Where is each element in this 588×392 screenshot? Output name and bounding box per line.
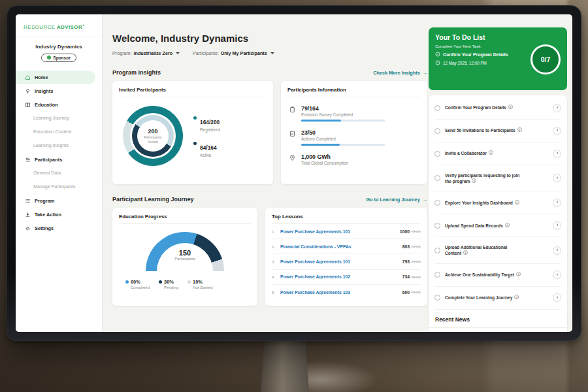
todo-item-upload-spend-data[interactable]: Upload Spend Data Records [434, 214, 561, 237]
logo-text-resource: RESOURCE [24, 24, 56, 30]
learning-journey-header: Participant Learning Journey Go to Learn… [112, 196, 427, 203]
sidebar-item-label: Settings [35, 225, 54, 231]
sidebar-item-program[interactable]: Program [16, 194, 102, 208]
top-lessons-card: Top Lessons 1 Power Purchase Agreements … [265, 208, 427, 306]
chevron-right-icon[interactable] [553, 104, 561, 112]
sponsor-icon [47, 56, 51, 59]
app-logo: RESOURCE ADVISOR+ [16, 14, 102, 37]
sidebar-item-participants[interactable]: Participants [16, 153, 102, 167]
todo-item-verify-participants[interactable]: Verify participants requesting to join t… [434, 165, 561, 191]
logo-plus: + [82, 23, 85, 27]
sidebar-item-settings[interactable]: Settings [16, 221, 102, 235]
lesson-views-suffix: views [411, 290, 421, 294]
checkbox[interactable] [434, 105, 440, 111]
program-filter-label: Program: [112, 50, 132, 56]
donut-center-label: Participants Invited [139, 135, 167, 144]
filters-row: Program: Industrialize Zero Participants… [112, 50, 427, 56]
checkbox[interactable] [434, 223, 440, 229]
info-icon[interactable] [516, 272, 521, 276]
todo-item-invite-collaborator[interactable]: Invite a Collaborator [434, 142, 561, 165]
check-more-insights-link[interactable]: Check More Insights [373, 70, 427, 76]
legend-value: 30% [164, 279, 174, 285]
lesson-link[interactable]: Power Purchase Agreements 101 [280, 229, 400, 234]
lesson-row: 4 Power Purchase Agreements 102 734 view… [272, 270, 421, 285]
legend-value: 10% [193, 279, 203, 285]
todo-item-confirm-program[interactable]: Confirm Your Program Details [434, 97, 561, 120]
legend-dot [193, 142, 197, 145]
checkbox[interactable] [434, 200, 440, 206]
lesson-views: 600 [402, 290, 410, 295]
sponsor-label: Sponsor [53, 56, 70, 60]
location-pin-icon [289, 154, 296, 161]
sidebar-item-label: Participants [35, 157, 62, 163]
chevron-right-icon[interactable] [553, 246, 561, 255]
checkbox[interactable] [434, 175, 440, 181]
sidebar-item-label: Manage Participants [33, 184, 76, 189]
lesson-link[interactable]: Financial Considerations - VPPAs [280, 244, 402, 249]
sidebar-item-home[interactable]: Home [16, 71, 95, 84]
todo-item-upload-educational-content[interactable]: Upload Additional Educational Content [434, 237, 561, 263]
info-icon[interactable] [515, 200, 519, 204]
sidebar-item-label: General Data [33, 171, 61, 176]
lesson-link[interactable]: Power Purchase Agreements 103 [280, 290, 402, 295]
lesson-rank: 4 [272, 274, 280, 279]
todo-item-achieve-target[interactable]: Achieve One Sustainability Target [434, 264, 561, 287]
sidebar-item-take-action[interactable]: Take Action [16, 208, 102, 221]
checkbox[interactable] [434, 248, 440, 253]
info-row-survey: 79/164 Emission Survey Completed [287, 105, 421, 122]
book-icon [25, 102, 31, 108]
lesson-link[interactable]: Power Purchase Agreements 102 [280, 274, 402, 279]
invited-legend: 164/200 Registered 84/164 Active [193, 115, 220, 157]
todo-item-label: Send 50 Invitations to Participants [445, 128, 515, 133]
participants-filter-label: Participants: [193, 50, 219, 56]
lesson-views: 1000 [400, 229, 410, 234]
invited-donut-chart: 200 Participants Invited [123, 106, 183, 166]
lesson-link[interactable]: Power Purchase Agreements 101 [280, 259, 402, 264]
todo-item-send-invitations[interactable]: Send 50 Invitations to Participants [434, 120, 561, 142]
todo-item-complete-learning-journey[interactable]: Complete Your Learning Journey [434, 287, 561, 310]
checkbox[interactable] [434, 272, 440, 278]
info-icon[interactable] [508, 105, 513, 109]
info-icon[interactable] [489, 150, 493, 155]
participants-filter-value: Only My Participants [221, 50, 267, 56]
card-title: Invited Participants [119, 87, 267, 97]
sidebar-item-education[interactable]: Education [16, 98, 102, 112]
todo-next-time: 12 May 2025, 12:00 PM [443, 61, 487, 65]
recent-news-title: Recent News [429, 310, 567, 328]
sidebar-item-learning-journey[interactable]: Learning Journey [16, 112, 102, 125]
chevron-right-icon[interactable] [553, 199, 561, 207]
legend-label: Active [200, 153, 217, 157]
sidebar-item-general-data[interactable]: General Data [16, 167, 102, 180]
sidebar-item-label: Learning Journey [33, 116, 69, 121]
chevron-right-icon[interactable] [553, 270, 561, 279]
participants-filter[interactable]: Participants: Only My Participants [193, 50, 274, 56]
todo-item-explore-insights[interactable]: Explore Your Insights Dashboard [434, 191, 561, 214]
sidebar-item-learning-insights[interactable]: Learning Insights [16, 139, 102, 153]
legend-dot [188, 280, 191, 284]
checkbox[interactable] [434, 151, 440, 157]
info-icon[interactable] [463, 250, 468, 255]
lesson-views: 793 [402, 259, 410, 264]
chevron-right-icon[interactable] [553, 293, 561, 302]
lesson-views: 734 [402, 274, 410, 279]
sidebar-item-label: Home [35, 74, 48, 80]
info-icon[interactable] [505, 223, 510, 227]
info-icon[interactable] [514, 295, 519, 299]
chevron-right-icon[interactable] [553, 174, 561, 182]
go-to-learning-journey-link[interactable]: Go to Learning Journey [366, 197, 427, 203]
sidebar-item-label: Take Action [35, 212, 61, 218]
info-icon[interactable] [472, 178, 476, 183]
checkbox[interactable] [434, 128, 440, 134]
gauge-center-label: Participants [146, 257, 224, 261]
chevron-right-icon[interactable] [553, 221, 561, 230]
chevron-right-icon[interactable] [553, 127, 561, 135]
sidebar-item-insights[interactable]: Insights [16, 84, 102, 98]
info-icon[interactable] [517, 127, 522, 132]
chevron-right-icon[interactable] [553, 150, 561, 158]
checkbox[interactable] [434, 295, 440, 301]
info-row-actions: 23/50 Actions Completed [287, 129, 421, 146]
legend-value: 60% [131, 279, 140, 285]
program-filter[interactable]: Program: Industrialize Zero [112, 50, 180, 56]
sidebar-item-manage-participants[interactable]: Manage Participants [16, 180, 102, 194]
sidebar-item-education-content[interactable]: Education Content [16, 125, 102, 139]
